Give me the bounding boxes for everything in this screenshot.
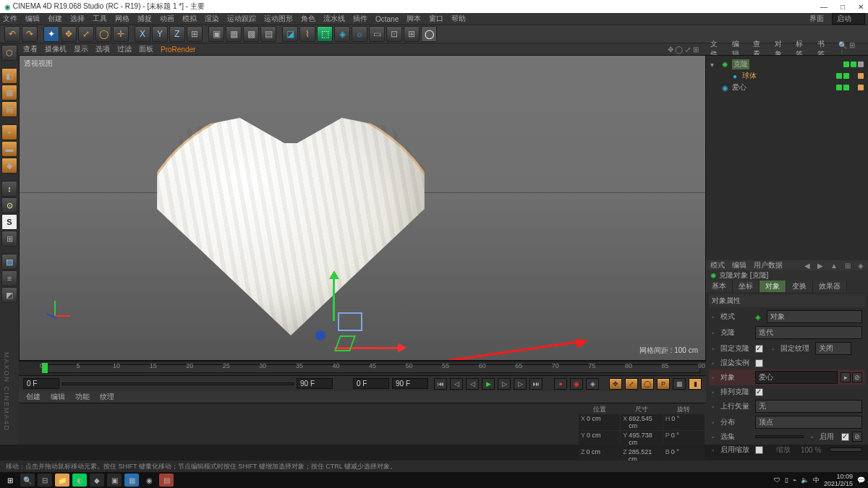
point-mode-button[interactable]: ▪ (1, 124, 17, 140)
render-view-button[interactable]: ▣ (208, 26, 224, 42)
selection-field[interactable] (755, 435, 804, 438)
gizmo-y-axis[interactable] (333, 276, 335, 321)
task-explorer-icon[interactable]: 📁 (55, 474, 69, 487)
task-edge-icon[interactable]: ◐ (72, 474, 87, 487)
attr-tab-object[interactable]: 对象 (760, 281, 786, 292)
axis-z-button[interactable]: Z (169, 26, 185, 42)
spline-button[interactable]: ⌇ (299, 26, 315, 42)
taskview-button[interactable]: ⊟ (38, 474, 52, 487)
system-tray[interactable]: 🛡 ▯ ⌁ 🔈 中 10:09 2021/2/15 💬 (774, 473, 865, 487)
rot-h-field[interactable]: H0 ° (663, 414, 705, 430)
viewport-solo-button[interactable]: ⊙ (1, 197, 17, 213)
render-settings-button[interactable]: ▤ (260, 26, 276, 42)
menu-item[interactable]: 渲染 (205, 14, 219, 24)
object-row-sphere[interactable]: ● 球体 (710, 70, 864, 82)
key-param-button[interactable]: P (657, 378, 670, 390)
material-tab[interactable]: 纹理 (100, 392, 114, 402)
tray-icon[interactable]: ⌁ (793, 476, 796, 484)
distribution-dropdown[interactable]: 顶点 (755, 416, 862, 429)
coord-system-button[interactable]: ⊞ (187, 26, 203, 42)
timeline-ruler[interactable]: 051015202530354045505560657075808590 (19, 361, 706, 375)
tray-icon[interactable]: ▯ (785, 476, 788, 484)
object-manager-tree[interactable]: ▾ ✺ 克隆 ● 球体 ◉ 爱心 (706, 55, 868, 260)
minimize-button[interactable]: ― (820, 3, 827, 11)
task-octane-icon[interactable]: ◉ (142, 474, 156, 487)
vp-menu-item[interactable]: 选项 (95, 44, 110, 54)
close-button[interactable]: ✕ (858, 3, 864, 11)
task-c4d-icon[interactable]: ▦ (124, 474, 139, 487)
texture-mode-button[interactable]: ▦ (1, 85, 17, 100)
upvector-dropdown[interactable]: 无 (755, 400, 862, 413)
select-tool[interactable]: ✦ (43, 26, 59, 42)
object-link-field[interactable]: 爱心 (755, 371, 838, 384)
play-button[interactable]: ▶ (482, 378, 495, 390)
maximize-button[interactable]: □ (841, 3, 845, 11)
misc-button[interactable]: ◩ (1, 287, 17, 303)
pos-y-field[interactable]: Y0 cm (579, 431, 620, 447)
prev-frame-button[interactable]: ◁ (466, 378, 479, 390)
attr-tab-basic[interactable]: 基本 (706, 281, 733, 292)
vp-menu-item[interactable]: 查看 (23, 44, 38, 54)
size-x-field[interactable]: X692.545 cm (621, 414, 662, 430)
task-app-icon[interactable]: ◆ (90, 474, 104, 487)
fixclone-checkbox[interactable] (755, 345, 763, 353)
timeline-scrollbar[interactable] (62, 382, 294, 385)
model-mode-button[interactable]: ◧ (1, 68, 17, 84)
axis-button[interactable]: ↕ (1, 181, 17, 197)
frame-start-field[interactable]: 0 F (23, 378, 59, 389)
tray-ime-icon[interactable]: 中 (813, 476, 820, 485)
key-mode-button[interactable]: ▮ (689, 378, 702, 390)
vp-menu-item[interactable]: 面板 (139, 44, 153, 54)
am-menu-item[interactable]: 模式 (710, 260, 725, 270)
environment-button[interactable]: ☼ (352, 26, 367, 42)
object-name[interactable]: 球体 (742, 71, 757, 81)
tray-notifications-icon[interactable]: 💬 (857, 476, 865, 484)
enable-checkbox[interactable] (841, 433, 849, 441)
object-row-cloner[interactable]: ▾ ✺ 克隆 (710, 59, 864, 70)
am-lock-icon[interactable]: ⊞ (845, 262, 851, 270)
am-nav-fwd[interactable]: ▶ (817, 262, 823, 270)
menu-item[interactable]: 窗口 (429, 14, 443, 24)
fixtex-dropdown[interactable]: 关闭 (815, 342, 851, 355)
menu-item[interactable]: Octane (375, 15, 399, 23)
scale-slider[interactable] (830, 448, 862, 452)
menu-item[interactable]: 帮助 (451, 14, 466, 24)
vp-menu-item[interactable]: 摄像机 (45, 44, 67, 54)
vp-menu-item[interactable]: 显示 (74, 44, 88, 54)
move-tool[interactable]: ✥ (61, 26, 77, 42)
generator-button[interactable]: ⬚ (317, 26, 333, 42)
scale-tool[interactable]: ⤢ (78, 26, 94, 42)
key-button[interactable]: ◈ (586, 378, 599, 390)
make-editable-button[interactable]: ⬡ (1, 45, 17, 61)
undo-button[interactable]: ↶ (4, 26, 20, 42)
axis-x-button[interactable]: X (135, 26, 150, 42)
menu-item[interactable]: 角色 (301, 14, 315, 24)
menu-item[interactable]: 模拟 (182, 14, 197, 24)
menu-item[interactable]: 工具 (93, 14, 107, 24)
key-scale-button[interactable]: ⤢ (625, 378, 638, 390)
menu-item[interactable]: 捕捉 (137, 14, 152, 24)
last-tool[interactable]: ✛ (113, 26, 129, 42)
render-pv-button[interactable]: ▩ (243, 26, 259, 42)
layout-dropdown[interactable]: 启动 (832, 13, 865, 25)
tray-icon[interactable]: 🔈 (801, 476, 809, 484)
autokey-button[interactable]: ◉ (570, 378, 583, 390)
polygon-mode-button[interactable]: ◆ (1, 158, 17, 174)
material-tab[interactable]: 功能 (75, 392, 90, 402)
deformer-button[interactable]: ◈ (334, 26, 350, 42)
mograph-button[interactable]: ⊞ (404, 26, 420, 42)
gizmo-plane-xz[interactable] (338, 312, 362, 331)
object-name[interactable]: 爱心 (732, 82, 746, 93)
render-region-button[interactable]: ▦ (226, 26, 242, 42)
material-tab[interactable]: 创建 (26, 392, 41, 402)
workplane-mode-button[interactable]: ▤ (1, 101, 17, 117)
am-nav-back[interactable]: ◀ (804, 262, 810, 270)
menu-item[interactable]: 文件 (3, 14, 17, 24)
attr-tab-transform[interactable]: 变换 (786, 281, 813, 292)
am-nav-up[interactable]: ▲ (830, 262, 838, 270)
workplane-button[interactable]: ⊞ (1, 231, 17, 247)
vp-nav-icon[interactable]: ✥ ◯ ⤢ ⊞ (668, 46, 702, 53)
vp-menu-prorender[interactable]: ProRender (161, 46, 195, 53)
render-instance-checkbox[interactable] (755, 359, 763, 367)
pos-x-field[interactable]: X0 cm (579, 414, 620, 430)
